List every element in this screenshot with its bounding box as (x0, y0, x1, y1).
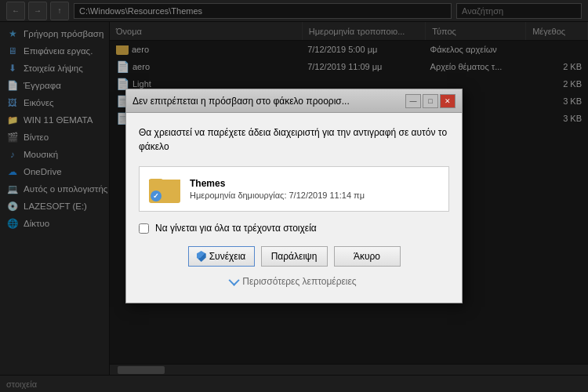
dialog-maximize-button[interactable]: □ (423, 94, 438, 108)
cancel-button[interactable]: Άκυρο (334, 246, 401, 267)
folder-details-name: Themes (190, 178, 365, 189)
skip-button[interactable]: Παράλειψη (261, 246, 328, 267)
dialog-controls: — □ ✕ (405, 94, 456, 108)
folder-details: Themes Ημερομηνία δημιουργίας: 7/12/2019… (190, 178, 365, 200)
checkbox-row: Να γίνεται για όλα τα τρέχοντα στοιχεία (139, 223, 449, 234)
chevron-down-icon (229, 275, 240, 286)
folder-badge-icon (151, 191, 162, 201)
dialog-overlay: Δεν επιτρέπεται η πρόσβαση στο φάκελο πρ… (0, 0, 588, 392)
dialog-buttons: Συνέχεια Παράλειψη Άκυρο (139, 246, 449, 267)
dialog-title: Δεν επιτρέπεται η πρόσβαση στο φάκελο πρ… (132, 96, 350, 107)
checkbox-label: Να γίνεται για όλα τα τρέχοντα στοιχεία (155, 223, 317, 234)
continue-button[interactable]: Συνέχεια (188, 246, 255, 267)
dialog-titlebar: Δεν επιτρέπεται η πρόσβαση στο φάκελο πρ… (126, 89, 462, 113)
more-details-row[interactable]: Περισσότερες λεπτομέρειες (139, 276, 449, 290)
access-denied-dialog: Δεν επιτρέπεται η πρόσβαση στο φάκελο πρ… (125, 89, 463, 303)
dialog-close-button[interactable]: ✕ (440, 94, 456, 108)
apply-all-checkbox[interactable] (139, 223, 149, 234)
folder-details-date: Ημερομηνία δημιουργίας: 7/12/2019 11:14 … (190, 191, 365, 200)
folder-big-icon (149, 175, 180, 203)
shield-icon (197, 251, 206, 262)
folder-info-box: Themes Ημερομηνία δημιουργίας: 7/12/2019… (139, 166, 449, 212)
dialog-body: Θα χρειαστεί να παρέχετε άδεια διαχειρισ… (126, 113, 462, 303)
dialog-minimize-button[interactable]: — (405, 94, 421, 108)
dialog-message: Θα χρειαστεί να παρέχετε άδεια διαχειρισ… (139, 125, 449, 154)
more-details-label: Περισσότερες λεπτομέρειες (242, 276, 356, 287)
